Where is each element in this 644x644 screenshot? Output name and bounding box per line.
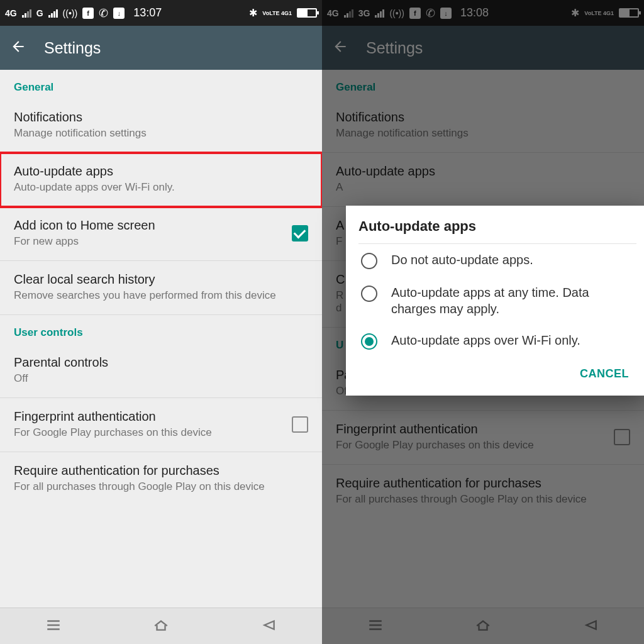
section-user-controls: User controls	[0, 315, 322, 344]
back-nav-icon[interactable]	[259, 617, 278, 636]
network-1-label: 4G	[327, 8, 339, 18]
network-1-label: 4G	[5, 8, 17, 18]
whatsapp-icon: ✆	[426, 6, 435, 20]
signal-1-icon	[344, 9, 353, 18]
item-auto-update[interactable]: Auto-update apps Auto-update apps over W…	[0, 153, 322, 207]
recents-icon[interactable]	[366, 617, 385, 636]
back-icon[interactable]	[332, 38, 348, 57]
signal-1-icon	[22, 9, 31, 18]
notifications-sub: Manage notification settings	[14, 127, 308, 140]
item-parental[interactable]: Parental controls Off	[0, 344, 322, 398]
screenshot-left: 4G G ((•)) f ✆ ↓ 13:07 ✱ VoLTE 4G1 Setti…	[0, 0, 322, 644]
auto-update-sub: Auto-update apps over Wi-Fi only.	[14, 181, 308, 194]
nav-bar	[322, 608, 644, 644]
item-fingerprint[interactable]: Fingerprint authentication For Google Pl…	[0, 398, 322, 452]
bluetooth-icon: ✱	[571, 7, 579, 19]
app-bar: Settings	[322, 26, 644, 70]
option-any-time[interactable]: Auto-update apps at any time. Data charg…	[358, 277, 636, 325]
add-icon-checkbox[interactable]	[292, 225, 308, 242]
radio-icon[interactable]	[361, 253, 377, 269]
recents-icon[interactable]	[44, 617, 63, 636]
item-fingerprint: Fingerprint authenticationFor Google Pla…	[322, 411, 644, 465]
page-title: Settings	[44, 39, 101, 57]
status-bar: 4G 3G ((•)) f ✆ ↓ 13:08 ✱ VoLTE 4G1	[322, 0, 644, 26]
cancel-button[interactable]: CANCEL	[572, 361, 636, 387]
item-notifications: NotificationsManage notification setting…	[322, 99, 644, 153]
item-auto-update: Auto-update appsA	[322, 153, 644, 207]
section-general: General	[322, 70, 644, 99]
hotspot-icon: ((•))	[389, 8, 404, 18]
clear-history-sub: Remove searches you have performed from …	[14, 289, 308, 302]
settings-list[interactable]: General Notifications Manage notificatio…	[0, 70, 322, 608]
signal-2-icon	[375, 9, 384, 18]
fingerprint-checkbox	[614, 429, 630, 445]
item-clear-history[interactable]: Clear local search history Remove search…	[0, 261, 322, 315]
dialog-title: Auto-update apps	[358, 218, 636, 235]
network-2-label: G	[36, 8, 43, 18]
hotspot-icon: ((•))	[63, 8, 78, 18]
nav-bar	[0, 608, 322, 644]
bluetooth-icon: ✱	[249, 7, 257, 19]
auto-update-title: Auto-update apps	[336, 164, 630, 179]
signal-2-icon	[48, 9, 58, 18]
radio-icon[interactable]	[361, 333, 377, 350]
notifications-title: Notifications	[14, 110, 308, 125]
status-bar: 4G G ((•)) f ✆ ↓ 13:07 ✱ VoLTE 4G1	[0, 0, 322, 26]
volte-icon: VoLTE 4G1	[262, 11, 292, 16]
option-label: Do not auto-update apps.	[391, 252, 533, 268]
fingerprint-sub: For Google Play purchases on this device	[14, 426, 282, 439]
item-require-auth[interactable]: Require authentication for purchases For…	[0, 452, 322, 506]
home-icon[interactable]	[474, 617, 492, 636]
item-notifications[interactable]: Notifications Manage notification settin…	[0, 99, 322, 153]
whatsapp-icon: ✆	[99, 6, 108, 20]
status-time: 13:08	[460, 6, 489, 19]
parental-sub: Off	[14, 372, 308, 385]
facebook-icon: f	[82, 8, 94, 19]
add-icon-sub: For new apps	[14, 235, 282, 248]
back-nav-icon[interactable]	[581, 617, 600, 636]
home-icon[interactable]	[152, 617, 170, 636]
fingerprint-title: Fingerprint authentication	[336, 422, 604, 436]
screenshot-right: 4G 3G ((•)) f ✆ ↓ 13:08 ✱ VoLTE 4G1 Sett…	[322, 0, 644, 644]
notifications-sub: Manage notification settings	[336, 127, 630, 140]
page-title: Settings	[366, 39, 423, 57]
auto-update-sub: A	[336, 181, 630, 194]
auto-update-title: Auto-update apps	[14, 164, 308, 179]
fingerprint-checkbox[interactable]	[292, 416, 308, 433]
status-time: 13:07	[133, 6, 162, 19]
require-auth-sub: For all purchases through Google Play on…	[14, 480, 308, 493]
network-2-label: 3G	[358, 8, 370, 18]
back-icon[interactable]	[10, 38, 26, 57]
facebook-icon: f	[409, 8, 421, 19]
section-general: General	[0, 70, 322, 99]
battery-icon	[297, 8, 317, 18]
option-label: Auto-update apps over Wi-Fi only.	[391, 332, 580, 348]
download-icon: ↓	[113, 8, 125, 19]
battery-icon	[619, 8, 639, 18]
fingerprint-title: Fingerprint authentication	[14, 409, 282, 424]
require-auth-title: Require authentication for purchases	[336, 476, 630, 491]
volte-icon: VoLTE 4G1	[584, 11, 614, 16]
option-do-not-update[interactable]: Do not auto-update apps.	[358, 244, 636, 277]
notifications-title: Notifications	[336, 110, 630, 125]
parental-title: Parental controls	[14, 355, 308, 370]
download-icon: ↓	[440, 8, 452, 19]
add-icon-title: Add icon to Home screen	[14, 218, 282, 233]
item-require-auth: Require authentication for purchasesFor …	[322, 465, 644, 518]
app-bar: Settings	[0, 26, 322, 70]
auto-update-dialog: Auto-update apps Do not auto-update apps…	[346, 206, 644, 396]
require-auth-sub: For all purchases through Google Play on…	[336, 493, 630, 506]
radio-icon[interactable]	[361, 286, 377, 302]
clear-history-title: Clear local search history	[14, 272, 308, 287]
option-label: Auto-update apps at any time. Data charg…	[391, 284, 634, 317]
option-wifi-only[interactable]: Auto-update apps over Wi-Fi only.	[358, 325, 636, 357]
item-add-icon[interactable]: Add icon to Home screen For new apps	[0, 207, 322, 261]
require-auth-title: Require authentication for purchases	[14, 464, 308, 478]
fingerprint-sub: For Google Play purchases on this device	[336, 439, 604, 452]
